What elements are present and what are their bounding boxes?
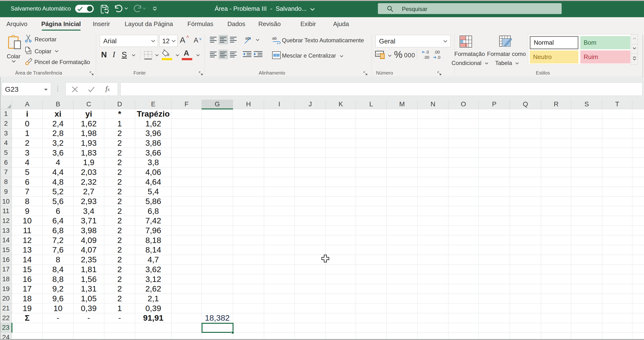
svg-text:.0: .0 (437, 55, 440, 60)
svg-text:.0: .0 (426, 50, 429, 55)
svg-text:ab: ab (245, 36, 250, 41)
svg-text:ab: ab (272, 36, 277, 41)
svg-text:.00: .00 (424, 55, 429, 60)
svg-text:.00: .00 (434, 50, 440, 55)
